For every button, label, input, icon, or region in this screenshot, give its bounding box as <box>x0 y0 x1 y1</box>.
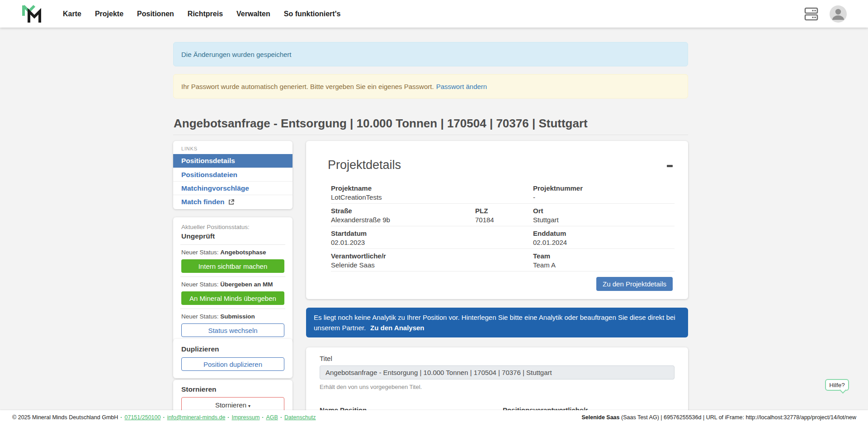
field-value: Alexanderstraße 9b <box>331 215 390 225</box>
status-card: Aktueller Positionsstatus: Ungeprüft Neu… <box>173 217 292 342</box>
field-team: Team Team A <box>533 252 556 270</box>
project-row-dates: Startdatum 02.01.2023 Enddatum 02.01.202… <box>331 226 675 249</box>
duplicate-header: Duplizieren <box>181 345 284 353</box>
field-ort: Ort Stuttgart <box>533 207 559 225</box>
password-warning-alert: Ihr Passwort wurde automatisch generiert… <box>173 74 688 98</box>
help-button[interactable]: Hilfe? <box>825 379 849 391</box>
change-password-link[interactable]: Passwort ändern <box>436 83 487 90</box>
footer-separator: · <box>163 414 165 421</box>
footer-impressum-link[interactable]: Impressum <box>232 414 260 421</box>
footer-separator: · <box>227 414 229 421</box>
nav-item-verwalten[interactable]: Verwalten <box>236 10 270 18</box>
top-navbar: Karte Projekte Positionen Richtpreis Ver… <box>0 0 868 28</box>
analytics-banner: Es liegt noch keine Analytik zu Ihrer Po… <box>306 308 688 337</box>
new-status-name: Angebotsphase <box>220 249 266 256</box>
field-label: Projektnummer <box>533 184 583 192</box>
field-projektnummer: Projektnummer - <box>533 184 583 202</box>
field-label: Verantwortliche/r <box>331 252 386 260</box>
new-status-label: Neuer Status: Übergeben an MM <box>181 281 284 288</box>
nav-item-richtpreis[interactable]: Richtpreis <box>188 10 223 18</box>
project-details-header: Projektdetails <box>328 158 401 172</box>
footer-separator: · <box>280 414 282 421</box>
warning-alert-text: Ihr Passwort wurde automatisch generiert… <box>181 83 434 90</box>
project-details-card: Projektdetails Projektname LotCreationTe… <box>306 141 688 299</box>
footer-copyright: © 2025 Mineral Minds Deutschland GmbH <box>12 414 118 421</box>
go-to-analyses-link[interactable]: Zu den Analysen <box>370 324 424 332</box>
external-link-icon <box>228 199 234 205</box>
nav-item-projekte[interactable]: Projekte <box>95 10 123 18</box>
footer-email-link[interactable]: info@mineral-minds.de <box>167 414 226 421</box>
titel-help-text: Erhält den von uns vorgegebenen Titel. <box>320 384 675 390</box>
footer-separator: · <box>120 414 122 421</box>
field-label: Projektname <box>331 184 382 192</box>
collapse-minus-icon[interactable] <box>667 163 673 169</box>
new-status-prefix: Neuer Status: <box>181 313 220 320</box>
nav-item-karte[interactable]: Karte <box>63 10 81 18</box>
go-to-project-details-button[interactable]: Zu den Projektdetails <box>596 277 673 291</box>
project-row-address: Straße Alexanderstraße 9b PLZ 70184 Ort … <box>331 204 675 226</box>
footer-session-info: Selenide Saas (Saas Test AG) | 695762555… <box>581 410 856 425</box>
duplicate-position-button[interactable]: Position duplizieren <box>181 357 284 371</box>
success-alert-text: Die Änderungen wurden gespeichert <box>181 51 292 58</box>
links-card: LINKS Positionsdetails Positionsdateien … <box>173 141 292 209</box>
nav-item-so-funktionierts[interactable]: So funktioniert's <box>284 10 341 18</box>
sidebar-item-positionsdetails[interactable]: Positionsdetails <box>173 154 292 168</box>
cancel-button-label: Stornieren <box>215 401 246 409</box>
title-divider <box>173 135 688 135</box>
field-value: - <box>533 193 583 202</box>
divider <box>180 309 285 309</box>
mineral-minds-logo[interactable] <box>21 4 42 23</box>
caret-down-icon: ▾ <box>248 403 250 408</box>
field-value: Stuttgart <box>533 215 559 225</box>
cancel-header: Stornieren <box>181 385 284 393</box>
field-label: Ort <box>533 207 559 215</box>
field-label: Enddatum <box>533 229 567 238</box>
sidebar-item-matchingvorschlaege[interactable]: Matchingvorschläge <box>173 181 292 195</box>
field-value: LotCreationTests <box>331 193 382 202</box>
footer-phone-link[interactable]: 07151/250100 <box>125 414 161 421</box>
field-label: Startdatum <box>331 229 367 238</box>
project-field-rows: Projektname LotCreationTests Projektnumm… <box>331 181 675 272</box>
help-button-label: Hilfe? <box>829 382 845 389</box>
user-avatar-icon[interactable] <box>829 5 847 23</box>
sidebar-item-label: Positionsdateien <box>181 168 237 182</box>
footer-datenschutz-link[interactable]: Datenschutz <box>284 414 316 421</box>
field-projektname: Projektname LotCreationTests <box>331 184 382 202</box>
server-stack-icon[interactable] <box>804 6 818 22</box>
project-row-people: Verantwortliche/r Selenide Saas Team Tea… <box>331 249 675 272</box>
handover-mm-button[interactable]: An Mineral Minds übergeben <box>181 291 284 305</box>
field-value: 70184 <box>475 215 494 225</box>
titel-input <box>320 365 675 379</box>
field-value: Selenide Saas <box>331 261 386 270</box>
nav-item-positionen[interactable]: Positionen <box>137 10 174 18</box>
app-root: Karte Projekte Positionen Richtpreis Ver… <box>0 0 868 426</box>
sidebar-item-match-finden[interactable]: Match finden <box>173 195 292 208</box>
change-status-button[interactable]: Status wechseln <box>181 323 284 337</box>
field-value: 02.01.2024 <box>533 238 567 247</box>
field-plz: PLZ 70184 <box>475 207 494 225</box>
new-status-name: Übergeben an MM <box>220 281 273 288</box>
field-value: Team A <box>533 261 556 270</box>
sidebar-item-positionsdateien[interactable]: Positionsdateien <box>173 168 292 181</box>
new-status-label: Neuer Status: Submission <box>181 313 284 320</box>
footer-company-info: © 2025 Mineral Minds Deutschland GmbH·07… <box>12 410 316 425</box>
project-row-name: Projektname LotCreationTests Projektnumm… <box>331 181 675 204</box>
footer-session-details: (Saas Test AG) | 69576255536d | URL of i… <box>620 414 856 421</box>
footer-separator: · <box>262 414 264 421</box>
sidebar-item-label: Match finden <box>181 195 225 209</box>
field-label: Straße <box>331 207 390 215</box>
field-startdatum: Startdatum 02.01.2023 <box>331 229 367 247</box>
field-value: 02.01.2023 <box>331 238 367 247</box>
field-label: PLZ <box>475 207 494 215</box>
field-verantwortlicher: Verantwortliche/r Selenide Saas <box>331 252 386 270</box>
titel-label: Titel <box>320 355 675 362</box>
divider <box>180 276 285 277</box>
sidebar-item-label: Positionsdetails <box>181 154 235 168</box>
new-status-name: Submission <box>220 313 255 320</box>
page-container: Die Änderungen wurden gespeichert Ihr Pa… <box>173 28 688 426</box>
field-label: Team <box>533 252 556 260</box>
new-status-label: Neuer Status: Angebotsphase <box>181 248 284 256</box>
footer-agb-link[interactable]: AGB <box>266 414 278 421</box>
make-visible-button[interactable]: Intern sichtbar machen <box>181 259 284 273</box>
field-strasse: Straße Alexanderstraße 9b <box>331 207 390 225</box>
